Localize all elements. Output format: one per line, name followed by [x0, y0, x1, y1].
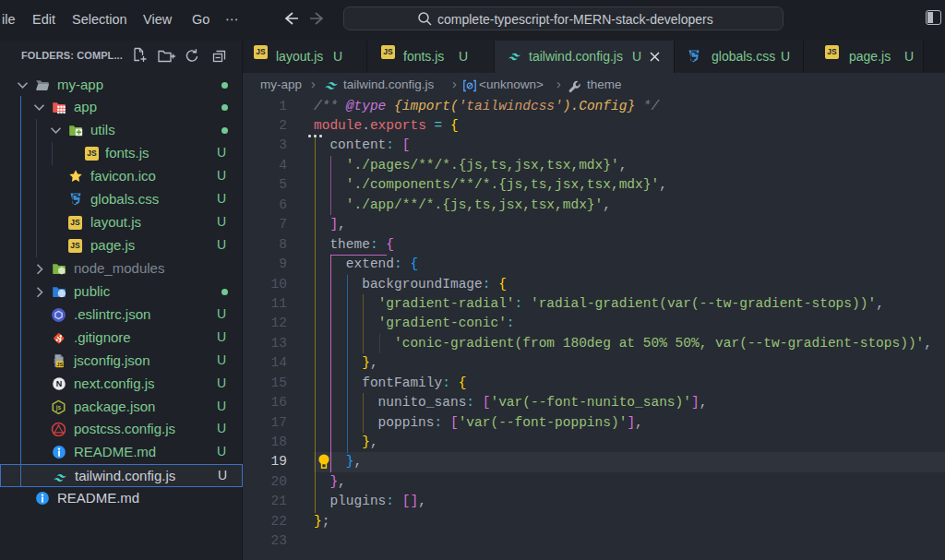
svg-text:js: js	[55, 404, 62, 411]
svg-text:JS: JS	[56, 361, 63, 366]
svg-text:N: N	[56, 379, 63, 388]
